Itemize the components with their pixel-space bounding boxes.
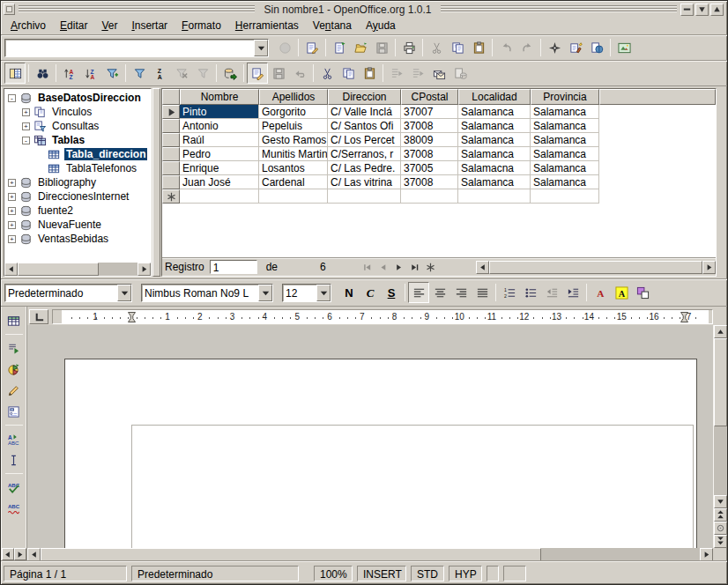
previous-page-button[interactable] [714, 508, 727, 522]
align-center-button[interactable] [429, 282, 450, 303]
open-document-button[interactable] [350, 37, 371, 58]
font-color-button[interactable]: A [590, 282, 611, 303]
sort-descending-button[interactable]: ZA [80, 63, 101, 84]
font-size-combo[interactable]: 12 [282, 284, 331, 302]
bullet-list-button[interactable] [520, 282, 541, 303]
font-name-combo[interactable]: Nimbus Roman No9 L [141, 284, 273, 302]
cell-apellidos[interactable]: Losantos [259, 161, 328, 175]
empty-cell[interactable] [401, 189, 458, 204]
autospellcheck-button[interactable]: ABC [4, 498, 25, 519]
cell-localidad[interactable]: Salamanca [458, 133, 531, 147]
horizontal-ruler[interactable]: 11234567891011121314151617 [52, 309, 713, 324]
maximize-button[interactable] [710, 4, 724, 16]
scroll-left-button[interactable] [27, 548, 41, 561]
new-record-marker[interactable] [162, 189, 180, 204]
cell-apellidos[interactable]: Gesto Ramos [259, 133, 328, 147]
scrollbar-thumb[interactable] [714, 338, 727, 426]
row-marker[interactable] [162, 147, 180, 161]
find-record-button[interactable] [32, 63, 53, 84]
font-dropdown-button[interactable] [258, 285, 272, 301]
row-marker[interactable] [162, 133, 180, 147]
current-row-marker[interactable] [162, 105, 180, 119]
cell-apellidos[interactable]: Gorgorito [259, 105, 328, 119]
expand-icon[interactable]: + [8, 235, 16, 243]
status-zoom-level[interactable]: 100% [314, 566, 353, 581]
gallery-button[interactable] [613, 37, 635, 58]
menu-editar[interactable]: Editar [53, 18, 94, 34]
collapse-icon[interactable]: - [22, 137, 30, 144]
minimize-button[interactable] [680, 4, 694, 16]
cell-localidad[interactable]: Salamanca [458, 147, 531, 161]
column-header-provincia[interactable]: Provincia [531, 89, 599, 105]
cell-localidad[interactable]: Salamanca [458, 175, 531, 189]
tree-item-fuente2[interactable]: +fuente2 [4, 204, 151, 218]
scrollbar-thumb[interactable] [489, 261, 702, 274]
sort-order-button[interactable]: ZA [150, 63, 171, 84]
cell-localidad[interactable]: Salamanca [458, 105, 531, 119]
next-record-button[interactable] [391, 260, 407, 274]
menu-ver[interactable]: Ver [94, 18, 124, 34]
cell-direccion[interactable]: C/ Los Percet [328, 133, 401, 147]
autofilter-button[interactable] [101, 63, 123, 84]
scroll-left-button[interactable] [4, 263, 18, 276]
align-justified-button[interactable] [472, 282, 493, 303]
tree-item-direccionesinternet[interactable]: +DireccionesInternet [4, 189, 151, 204]
scrollbar-thumb[interactable] [18, 263, 99, 276]
direct-cursor-button[interactable] [4, 449, 25, 470]
window-system-menu-icon[interactable] [4, 4, 15, 15]
cell-cpostal[interactable]: 38009 [401, 133, 458, 147]
cell-nombre[interactable]: Juan José [180, 175, 259, 189]
standard-filter-button[interactable] [129, 63, 150, 84]
scroll-up-button[interactable] [714, 325, 727, 338]
cell-apellidos[interactable]: Pepeluis [259, 119, 328, 133]
scrollbar-track[interactable] [99, 263, 137, 276]
refresh-data-button[interactable] [219, 63, 241, 84]
column-header-direccion[interactable]: Direccion [328, 89, 401, 105]
empty-cell[interactable] [180, 189, 259, 204]
status-selection-mode[interactable]: STD [411, 566, 444, 581]
empty-cell[interactable] [328, 189, 401, 204]
cell-direccion[interactable]: C/ Santos Ofi [328, 119, 401, 133]
bold-button[interactable]: N [338, 282, 360, 303]
row-marker[interactable] [162, 161, 180, 175]
scroll-right-button[interactable] [14, 548, 26, 560]
menu-archivo[interactable]: Archivo [4, 18, 53, 34]
cell-cpostal[interactable]: 37008 [401, 119, 458, 133]
scroll-right-button[interactable] [700, 548, 713, 561]
tree-item-tablatelefonos[interactable]: TablaTelefonos [4, 161, 151, 175]
tree-item-vinculos[interactable]: +Vinculos [4, 105, 151, 119]
empty-cell[interactable] [531, 189, 599, 204]
expand-icon[interactable]: + [22, 122, 30, 130]
underline-button[interactable]: S [381, 282, 402, 303]
cell-cpostal[interactable]: 37005 [401, 161, 458, 175]
menu-ventana[interactable]: Ventana [306, 18, 359, 34]
cell-provincia[interactable]: Salamanca [531, 161, 599, 175]
cell-direccion[interactable]: C/Serranos, r [328, 147, 401, 161]
copy-button[interactable] [447, 37, 468, 58]
paragraph-background-button[interactable] [632, 282, 653, 303]
scrollbar-track[interactable] [714, 426, 727, 495]
edit-file-button[interactable] [301, 37, 323, 58]
highlighting-button[interactable]: A [611, 282, 632, 303]
menu-formato[interactable]: Formato [175, 18, 228, 34]
empty-cell[interactable] [259, 189, 328, 204]
autotext-button[interactable]: AABC [4, 428, 25, 449]
paste-data-button[interactable] [359, 63, 380, 84]
edit-data-button[interactable] [247, 63, 268, 84]
load-url-dropdown-button[interactable] [254, 40, 268, 56]
cell-apellidos[interactable]: Munitis Martin [259, 147, 328, 161]
last-record-button[interactable] [407, 260, 423, 274]
scroll-left-button[interactable] [2, 548, 14, 560]
expand-icon[interactable]: + [8, 221, 16, 229]
explorer-splitter[interactable] [152, 88, 160, 277]
cell-apellidos[interactable]: Cardenal [259, 175, 328, 189]
grid-corner-cell[interactable] [162, 89, 180, 105]
load-url-combo[interactable] [4, 39, 269, 57]
expand-icon[interactable]: + [8, 179, 16, 187]
cell-direccion[interactable]: C/ Las Pedre. [328, 161, 401, 175]
paste-button[interactable] [468, 37, 489, 58]
column-header-nombre[interactable]: Nombre [180, 89, 259, 105]
right-indent-marker[interactable] [680, 312, 688, 322]
draw-functions-button[interactable] [4, 380, 25, 401]
scrollbar-thumb[interactable] [41, 548, 541, 561]
